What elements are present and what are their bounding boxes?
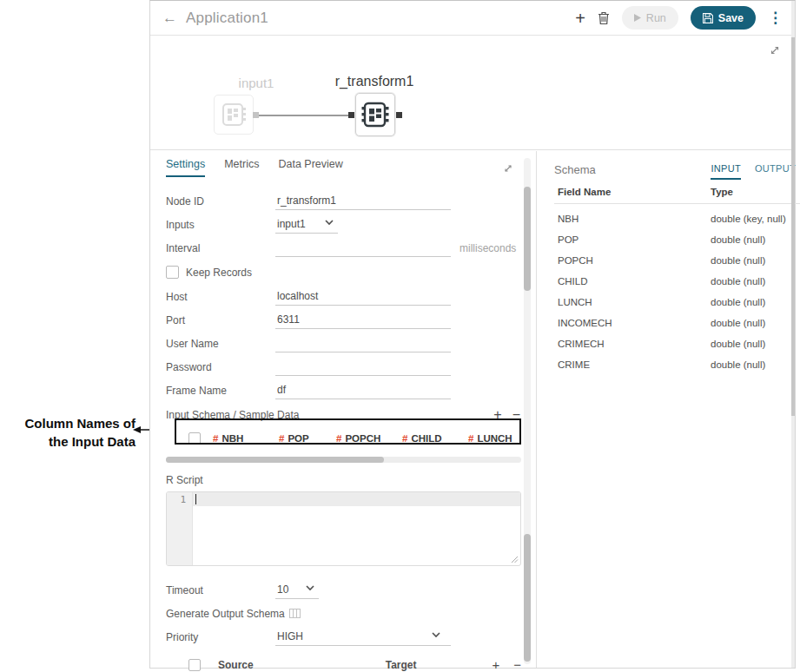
schema-row[interactable]: NBH double (key, null) xyxy=(554,214,800,225)
interval-label: Interval xyxy=(166,242,275,254)
add-column-button[interactable]: + xyxy=(493,408,501,422)
play-icon xyxy=(634,14,641,22)
back-arrow-icon[interactable]: ← xyxy=(162,10,177,27)
select-all-columns-checkbox[interactable] xyxy=(188,432,201,445)
generate-output-schema-label: Generate Output Schema xyxy=(166,608,288,620)
tab-data-preview[interactable]: Data Preview xyxy=(278,158,342,175)
node-connection-line xyxy=(256,115,352,116)
password-input[interactable] xyxy=(275,359,451,376)
run-button[interactable]: Run xyxy=(622,6,678,30)
save-button[interactable]: Save xyxy=(691,6,756,30)
run-button-label: Run xyxy=(646,12,666,24)
schema-row[interactable]: CRIMECH double (null) xyxy=(554,339,800,350)
add-node-icon[interactable]: + xyxy=(575,10,585,27)
input-node-output-port xyxy=(253,112,259,118)
schema-row[interactable]: LUNCH double (null) xyxy=(554,297,800,308)
horizontal-scrollbar-thumb[interactable] xyxy=(166,457,384,463)
editor-caret xyxy=(195,494,196,504)
expand-settings-icon[interactable] xyxy=(503,163,513,174)
transform-node-icon xyxy=(361,102,389,128)
column-header[interactable]: # POP xyxy=(279,433,336,444)
app-window: ← Application1 + Run xyxy=(149,0,796,669)
add-mapping-button[interactable]: + xyxy=(492,657,499,672)
editor-line-number: 1 xyxy=(167,492,193,565)
schema-row[interactable]: INCOMECH double (null) xyxy=(554,318,800,329)
transform-node-input-port xyxy=(348,112,354,118)
schema-row[interactable]: CHILD double (null) xyxy=(554,276,800,287)
schema-tabs: INPUT OUTPUT xyxy=(711,163,800,180)
host-input[interactable] xyxy=(275,288,451,306)
interval-input[interactable] xyxy=(275,240,451,257)
inputs-label: Inputs xyxy=(166,219,275,231)
user-name-label: User Name xyxy=(166,338,275,350)
callout-line1: Column Names of xyxy=(7,414,136,432)
numeric-type-icon: # xyxy=(279,433,284,444)
frame-name-input[interactable] xyxy=(275,382,451,399)
trash-icon[interactable] xyxy=(598,11,610,25)
callout-annotation: Column Names of the Input Data xyxy=(7,414,136,451)
interval-suffix: milliseconds xyxy=(460,242,516,254)
settings-panel: Settings Metrics Data Preview Node ID In… xyxy=(150,151,537,668)
numeric-type-icon: # xyxy=(213,433,218,444)
frame-name-label: Frame Name xyxy=(166,385,275,397)
inputs-dropdown[interactable] xyxy=(275,216,338,234)
resize-handle-icon[interactable] xyxy=(511,556,519,563)
tab-metrics[interactable]: Metrics xyxy=(224,158,259,175)
page: Column Names of the Input Data ← Applica… xyxy=(0,0,800,672)
port-label: Port xyxy=(166,314,275,326)
port-input[interactable] xyxy=(275,312,451,329)
schema-row[interactable]: POPCH double (null) xyxy=(554,255,800,267)
r-script-editor[interactable]: 1 xyxy=(166,491,521,566)
page-scrollbar-thumb[interactable] xyxy=(791,37,795,416)
save-button-label: Save xyxy=(718,12,744,24)
source-column-header: Source xyxy=(218,659,254,671)
transform-node-label: r_transform1 xyxy=(331,74,418,89)
remove-mapping-button[interactable]: − xyxy=(513,657,521,672)
type-column-header: Type xyxy=(711,187,733,197)
input-schema-label: Input Schema / Sample Data xyxy=(166,409,299,421)
schema-title: Schema xyxy=(554,163,596,176)
editor-active-line xyxy=(193,492,520,506)
numeric-type-icon: # xyxy=(468,433,473,444)
numeric-type-icon: # xyxy=(336,433,341,444)
schema-column-headers: Field Name Type xyxy=(554,187,800,204)
input-schema-header-row: # NBH # POP # POPCH # CHILD xyxy=(180,425,525,451)
generate-schema-grid-icon[interactable] xyxy=(289,609,301,618)
column-header[interactable]: # POPCH xyxy=(336,433,402,444)
tab-schema-input[interactable]: INPUT xyxy=(711,163,741,180)
target-column-header: Target xyxy=(386,659,417,671)
priority-dropdown[interactable] xyxy=(275,629,451,646)
mapping-select-checkbox[interactable] xyxy=(188,659,201,671)
node-id-label: Node ID xyxy=(166,195,275,208)
timeout-dropdown[interactable] xyxy=(275,582,319,599)
column-header[interactable]: # NBH xyxy=(213,433,279,444)
host-label: Host xyxy=(166,291,275,303)
r-script-label: R Script xyxy=(166,474,520,488)
graph-canvas[interactable]: input1 r_transform1 xyxy=(150,36,795,150)
keep-records-checkbox[interactable] xyxy=(166,266,179,279)
source-target-row: Source Target + − xyxy=(166,652,521,672)
numeric-type-icon: # xyxy=(402,433,407,444)
tab-schema-output[interactable]: OUTPUT xyxy=(755,163,796,180)
horizontal-scrollbar[interactable] xyxy=(166,457,521,463)
settings-scrollbar-thumb[interactable] xyxy=(524,187,531,291)
node-id-input[interactable] xyxy=(275,193,451,210)
schema-row[interactable]: CRIME double (null) xyxy=(554,359,800,371)
column-header[interactable]: # CHILD xyxy=(402,433,468,444)
password-label: Password xyxy=(166,361,275,373)
settings-scrollbar-thumb[interactable] xyxy=(524,534,531,662)
tab-settings[interactable]: Settings xyxy=(166,158,205,177)
remove-column-button[interactable]: − xyxy=(512,408,520,422)
priority-label: Priority xyxy=(166,631,275,643)
expand-canvas-icon[interactable] xyxy=(769,44,781,56)
schema-panel: Schema INPUT OUTPUT Field Name Type NBH … xyxy=(537,151,800,668)
timeout-label: Timeout xyxy=(166,584,275,596)
save-icon xyxy=(703,13,713,23)
field-name-column-header: Field Name xyxy=(554,187,711,197)
settings-tabs: Settings Metrics Data Preview xyxy=(166,158,520,184)
editor-code-area[interactable] xyxy=(193,492,520,565)
kebab-menu-icon[interactable]: ⋮ xyxy=(768,9,783,27)
user-name-input[interactable] xyxy=(275,335,451,352)
schema-row[interactable]: POP double (null) xyxy=(554,234,800,246)
keep-records-label: Keep Records xyxy=(186,267,252,279)
